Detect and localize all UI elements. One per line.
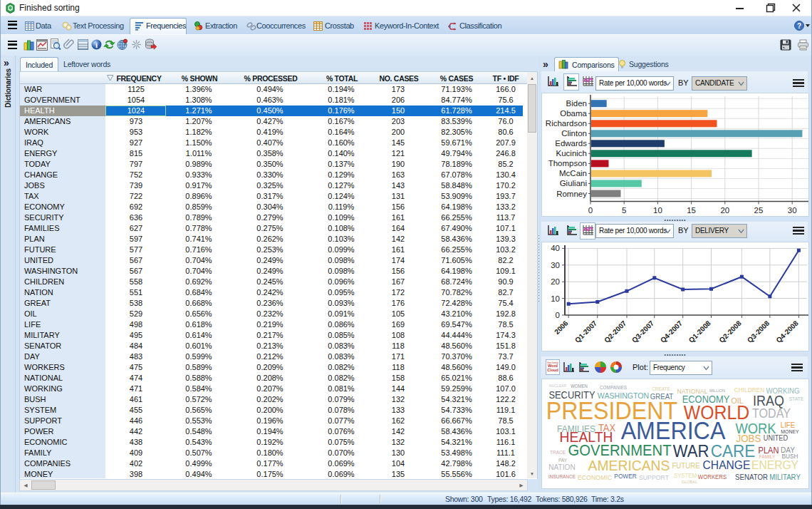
svg-text:0: 0 <box>556 311 560 319</box>
svg-text:Romney: Romney <box>556 190 587 198</box>
svg-text:10: 10 <box>653 206 662 215</box>
svg-text:30: 30 <box>788 206 797 215</box>
svg-text:Biden: Biden <box>566 99 587 108</box>
svg-text:Thompson: Thompson <box>548 159 587 168</box>
svg-text:Q1-2008: Q1-2008 <box>687 319 713 344</box>
svg-text:Q1-2007: Q1-2007 <box>573 319 599 344</box>
svg-text:Q3-2007: Q3-2007 <box>630 319 656 344</box>
svg-text:0: 0 <box>588 206 593 215</box>
svg-text:20: 20 <box>720 206 729 215</box>
svg-text:30: 30 <box>551 261 560 269</box>
svg-text:15: 15 <box>687 206 696 215</box>
svg-text:Q2-2007: Q2-2007 <box>603 319 628 344</box>
svg-text:Q2-2008: Q2-2008 <box>718 319 744 344</box>
svg-text:40: 40 <box>551 244 560 252</box>
svg-text:2006: 2006 <box>553 319 570 336</box>
svg-text:McCain: McCain <box>559 169 587 178</box>
svg-text:25: 25 <box>754 206 764 215</box>
svg-text:5: 5 <box>622 206 626 215</box>
svg-text:10: 10 <box>551 294 560 303</box>
svg-text:Cloud: Cloud <box>547 368 558 372</box>
svg-text:Richardson: Richardson <box>546 119 587 128</box>
svg-text:?: ? <box>797 22 801 30</box>
svg-text:Giuliani: Giuliani <box>560 179 587 187</box>
svg-text:Obama: Obama <box>560 109 587 118</box>
svg-text:Q4-2007: Q4-2007 <box>659 319 685 344</box>
svg-text:Edwards: Edwards <box>555 139 587 148</box>
svg-text:i: i <box>95 41 98 49</box>
svg-text:Clinton: Clinton <box>561 129 587 138</box>
svg-text:20: 20 <box>551 277 560 286</box>
svg-text:Kucinich: Kucinich <box>556 149 587 158</box>
svg-text:Q3-2008: Q3-2008 <box>746 319 771 344</box>
svg-text:Q4-2008: Q4-2008 <box>775 319 801 344</box>
